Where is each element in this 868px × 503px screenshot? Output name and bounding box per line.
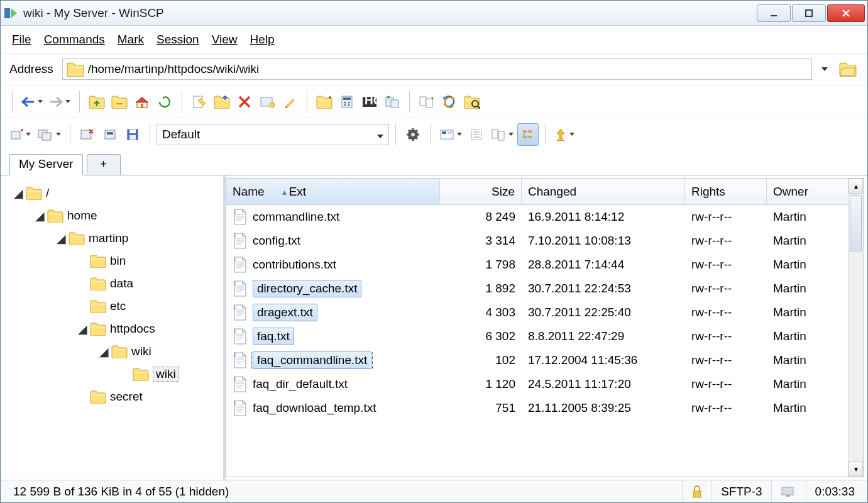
svg-rect-38 [523, 136, 526, 138]
column-rights[interactable]: Rights [685, 179, 767, 204]
file-changed: 17.12.2004 11:45:36 [522, 353, 685, 367]
home-directory-button[interactable] [131, 91, 153, 113]
column-owner[interactable]: Owner [767, 179, 836, 204]
column-changed[interactable]: Changed [522, 179, 685, 204]
tree-item[interactable]: bin [4, 250, 219, 272]
file-rows[interactable]: commandline.txt8 24916.9.2011 8:14:12rw-… [226, 205, 863, 477]
root-directory-button[interactable] [109, 91, 130, 113]
maximize-button[interactable] [792, 4, 826, 22]
minimize-button[interactable] [757, 4, 791, 22]
file-name: directory_cache.txt [253, 280, 361, 297]
close-session-button[interactable] [77, 123, 98, 146]
new-session-tab[interactable]: + [87, 154, 121, 175]
file-size: 1 120 [440, 377, 522, 391]
tree-item[interactable]: ◢/ [4, 182, 219, 204]
delete-button[interactable] [234, 91, 255, 113]
menu-help[interactable]: Help [250, 33, 274, 47]
titlebar[interactable]: wiki - My Server - WinSCP [1, 1, 867, 26]
transfer-preset-select[interactable]: Default [157, 124, 389, 145]
tree-item[interactable]: etc [4, 295, 219, 318]
expander-icon[interactable]: ◢ [77, 324, 87, 334]
tree-item[interactable]: ◢home [4, 204, 219, 227]
rename-button[interactable] [279, 91, 300, 113]
folder-icon [69, 231, 85, 245]
new-folder-button[interactable] [314, 91, 335, 113]
parent-directory-button[interactable] [86, 91, 107, 113]
menu-file[interactable]: File [12, 33, 31, 47]
console-button[interactable]: HOM [359, 91, 380, 113]
file-icon [233, 233, 248, 249]
file-changed: 8.8.2011 22:47:29 [522, 329, 685, 343]
refresh-button[interactable] [154, 91, 175, 113]
tree-item[interactable]: ◢httpdocs [4, 318, 219, 340]
svg-rect-40 [693, 491, 701, 497]
file-icon [233, 376, 248, 392]
file-rights: rw-r--r-- [685, 329, 767, 343]
keepuptodate-button[interactable] [439, 91, 460, 113]
scroll-down-button[interactable]: ▾ [849, 462, 863, 477]
calculate-size-button[interactable] [336, 91, 358, 113]
tree-item-label: bin [110, 254, 126, 268]
address-history-dropdown[interactable] [818, 58, 831, 80]
status-encryption[interactable] [682, 480, 711, 502]
vertical-scrollbar[interactable]: ▴ ▾ [848, 179, 863, 477]
menu-mark[interactable]: Mark [118, 33, 144, 47]
file-row[interactable]: faq_download_temp.txt75121.11.2005 8:39:… [226, 396, 863, 420]
address-input[interactable]: /home/martinp/httpdocs/wiki/wiki [62, 58, 812, 80]
status-protocol[interactable]: SFTP-3 [711, 480, 771, 502]
preferences-button[interactable] [402, 123, 424, 146]
close-button[interactable] [827, 4, 865, 22]
tree-toggle-button[interactable] [466, 123, 487, 146]
tree-item[interactable]: wiki [4, 363, 219, 385]
session-tab-active[interactable]: My Server [9, 154, 83, 175]
properties-button[interactable] [256, 91, 278, 113]
nav-forward-button[interactable] [47, 91, 73, 113]
nav-back-button[interactable] [19, 91, 45, 113]
scroll-up-button[interactable]: ▴ [849, 179, 863, 194]
file-size: 102 [440, 353, 522, 367]
edit-button[interactable] [189, 91, 210, 113]
tree-item[interactable]: ◢martinp [4, 227, 219, 250]
file-row[interactable]: faq_commandline.txt10217.12.2004 11:45:3… [226, 348, 863, 372]
file-changed: 16.9.2011 8:14:12 [522, 210, 685, 224]
scrollbar-thumb[interactable] [850, 195, 862, 252]
file-row[interactable]: directory_cache.txt1 89230.7.2011 22:24:… [226, 277, 863, 301]
tree-item[interactable]: secret [4, 385, 219, 408]
file-row[interactable]: dragext.txt4 30330.7.2011 22:25:40rw-r--… [226, 301, 863, 324]
expander-icon[interactable]: ◢ [56, 233, 66, 243]
open-folder-button[interactable] [837, 60, 859, 79]
status-connection[interactable] [771, 480, 806, 502]
file-owner: Martin [767, 282, 836, 296]
copy-button[interactable] [211, 91, 233, 113]
expander-icon[interactable]: ◢ [35, 211, 45, 221]
expander-icon[interactable]: ◢ [13, 188, 23, 198]
new-session-button[interactable] [7, 123, 33, 146]
menu-session[interactable]: Session [157, 33, 199, 47]
tree-item[interactable]: ◢wiki [4, 340, 219, 363]
compare-button[interactable] [416, 91, 437, 113]
column-size[interactable]: Size [440, 179, 522, 204]
file-row[interactable]: config.txt3 3147.10.2011 10:08:13rw-r--r… [226, 229, 863, 253]
secondary-toolbar: Default [1, 118, 867, 150]
file-changed: 28.8.2011 7:14:44 [522, 258, 685, 272]
explorer-tree-button[interactable] [517, 123, 539, 146]
menu-view[interactable]: View [212, 33, 238, 47]
file-row[interactable]: contributions.txt1 79828.8.2011 7:14:44r… [226, 253, 863, 277]
directory-tree[interactable]: ◢/ ◢home◢martinpbindataetc◢httpdocs◢wiki… [1, 175, 226, 480]
file-row[interactable]: faq_dir_default.txt1 12024.5.2011 11:17:… [226, 372, 863, 396]
column-name[interactable]: Name ▴ Ext [226, 179, 440, 204]
file-row[interactable]: faq.txt6 3028.8.2011 22:47:29rw-r--r--Ma… [226, 324, 863, 348]
queue-button[interactable] [552, 123, 577, 146]
file-row[interactable]: commandline.txt8 24916.9.2011 8:14:12rw-… [226, 205, 863, 229]
find-button[interactable] [461, 91, 483, 113]
panels-button[interactable] [488, 123, 516, 146]
save-session-button[interactable] [122, 123, 143, 146]
duplicate-session-button[interactable] [35, 123, 63, 146]
expander-icon[interactable]: ◢ [99, 346, 109, 357]
tree-item[interactable]: data [4, 272, 219, 295]
file-icon [233, 328, 248, 345]
saved-sessions-button[interactable] [99, 123, 121, 146]
menu-commands[interactable]: Commands [44, 33, 105, 47]
view-style-button[interactable] [437, 123, 464, 146]
synchronize-button[interactable] [382, 91, 403, 113]
